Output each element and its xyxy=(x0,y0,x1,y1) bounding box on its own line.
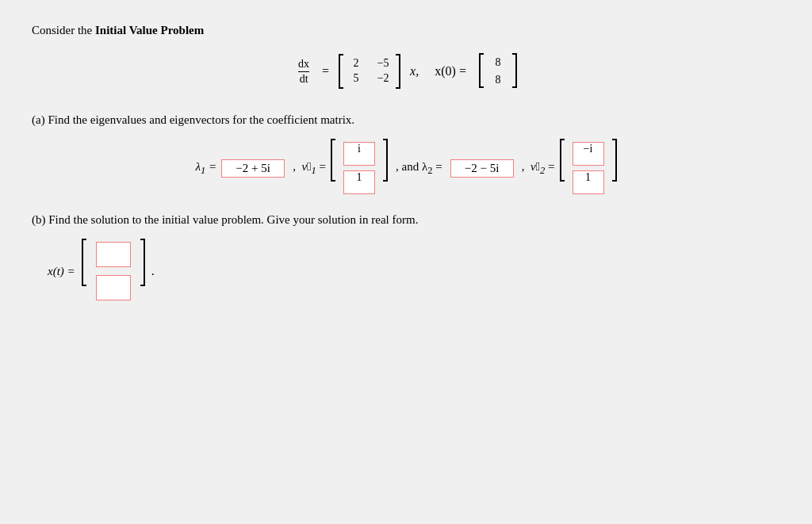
x-label: x, xyxy=(410,64,419,78)
matrix-r1c1: 2 xyxy=(348,57,364,71)
lambda2-input[interactable]: −2 − 5i xyxy=(450,159,514,178)
problem-title: Consider the Initial Value Problem xyxy=(32,24,780,37)
v1-bottom-input[interactable]: 1 xyxy=(343,170,375,194)
v1-vector: i 1 xyxy=(331,139,388,197)
period: . xyxy=(151,264,155,278)
xt-label: x(t) = xyxy=(48,265,75,278)
part-b-label: (b) Find the solution to the initial val… xyxy=(32,213,780,227)
ic-r1: 8 xyxy=(490,56,506,69)
problem-container: Consider the Initial Value Problem dx dt… xyxy=(32,16,780,312)
v2-vector: −i 1 xyxy=(560,139,617,197)
ic-label: x(0) = xyxy=(435,64,466,78)
solution-row1-input[interactable] xyxy=(96,242,131,267)
fraction-dxdt: dx dt xyxy=(298,58,309,86)
solution-vector xyxy=(82,239,145,304)
v1-top-input[interactable]: i xyxy=(343,142,375,166)
v2-right-bracket xyxy=(612,139,617,197)
and-lambda2-label: , and λ2 = xyxy=(396,160,442,177)
solution-row: x(t) = . xyxy=(48,239,780,304)
right-bracket xyxy=(396,54,400,89)
lambda1-label: λ1 = xyxy=(196,160,217,177)
solution-cells xyxy=(86,239,140,304)
v2-label: , v⃗2 = xyxy=(522,160,555,177)
equals-sign: = xyxy=(322,64,329,78)
lambda1-input[interactable]: −2 + 5i xyxy=(221,159,285,178)
v1-right-bracket xyxy=(383,139,388,197)
matrix-r2c2: −2 xyxy=(375,72,391,86)
title-bold: Initial Value Problem xyxy=(95,24,204,36)
ic-cells: 8 8 xyxy=(484,53,512,90)
matrix-cells: 2 −5 5 −2 xyxy=(343,54,396,89)
ic-r2: 8 xyxy=(490,74,506,86)
v2-cells: −i 1 xyxy=(565,139,612,197)
matrix-r1c2: −5 xyxy=(375,57,391,71)
part-a-label: (a) Find the eigenvalues and eigenvector… xyxy=(32,113,780,127)
v2-top-input[interactable]: −i xyxy=(573,142,604,166)
v2-bottom-input[interactable]: 1 xyxy=(573,170,604,194)
v1-cells: i 1 xyxy=(335,139,383,197)
ivp-equation: dx dt = 2 −5 5 −2 x, x(0) = xyxy=(32,53,780,90)
initial-condition-vector: 8 8 xyxy=(479,53,517,90)
fraction-denominator: dt xyxy=(300,72,308,86)
v1-label: , v⃗1 = xyxy=(293,160,326,177)
solution-row2-input[interactable] xyxy=(96,275,131,300)
sol-right-bracket xyxy=(140,239,145,304)
eigenvalue-row: λ1 = −2 + 5i , v⃗1 = i 1 , and λ2 = −2 −… xyxy=(32,139,780,197)
coefficient-matrix: 2 −5 5 −2 xyxy=(339,54,400,89)
fraction-numerator: dx xyxy=(298,58,309,72)
right-bracket-ic xyxy=(512,53,517,90)
matrix-r2c1: 5 xyxy=(348,72,364,86)
